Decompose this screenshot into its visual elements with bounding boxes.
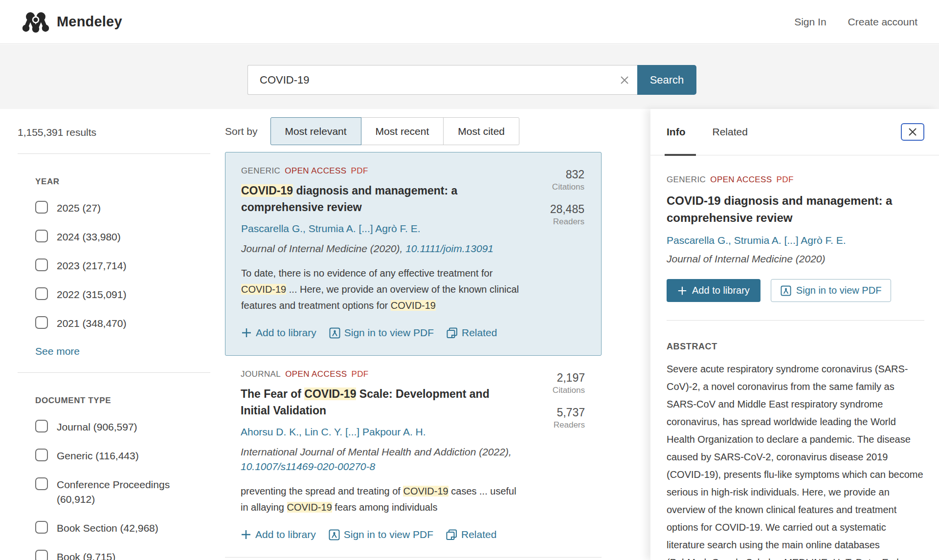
doctype-option-conference[interactable]: Conference Proceedings (60,912) — [35, 477, 210, 507]
info-panel: Info Related GENERIC OPEN ACCESS PDF COV… — [650, 109, 939, 560]
panel-article-title: COVID-19 diagnosis and management: a com… — [667, 192, 911, 226]
result-authors[interactable]: Pascarella G., Strumia A. [...] Agrò F. … — [241, 223, 525, 235]
doc-type-badge: GENERIC — [241, 166, 280, 176]
year-option-2025[interactable]: 2025 (27) — [35, 201, 210, 215]
result-card-partial[interactable]: GENERIC OPEN ACCESS 897 — [225, 558, 602, 560]
doctype-option-journal[interactable]: Journal (906,597) — [35, 420, 210, 434]
open-access-badge: OPEN ACCESS — [710, 175, 772, 185]
checkbox[interactable] — [35, 287, 48, 300]
doctype-option-book[interactable]: Book (9,715) — [35, 550, 210, 560]
checkbox[interactable] — [35, 316, 48, 329]
doc-type-badge: GENERIC — [667, 175, 706, 185]
result-stats: 832 Citations 28,485 Readers — [525, 166, 584, 339]
search-button[interactable]: Search — [637, 65, 696, 95]
panel-authors[interactable]: Pascarella G., Strumia A. [...] Agrò F. … — [667, 235, 924, 246]
sign-in-to-view-pdf-link[interactable]: Sign in to view PDF — [329, 327, 434, 339]
doi-link[interactable]: 10.1111/joim.13091 — [405, 243, 493, 254]
related-link[interactable]: Related — [447, 327, 497, 339]
doctype-filter-section: DOCUMENT TYPE Journal (906,597) Generic … — [18, 396, 210, 560]
checkbox[interactable] — [35, 420, 48, 432]
clear-search-icon[interactable] — [612, 65, 637, 94]
year-option-2022[interactable]: 2022 (315,091) — [35, 287, 210, 302]
search-box — [247, 65, 637, 95]
related-pages-icon — [447, 327, 458, 339]
year-filter-title: YEAR — [35, 177, 210, 187]
panel-body: GENERIC OPEN ACCESS PDF COVID-19 diagnos… — [650, 155, 939, 560]
add-to-library-link[interactable]: Add to library — [241, 529, 316, 540]
result-authors[interactable]: Ahorsu D. K., Lin C. Y. [...] Pakpour A.… — [241, 426, 525, 438]
citations-count: 832 — [525, 168, 584, 181]
related-link[interactable]: Related — [446, 529, 496, 540]
plus-icon — [241, 529, 251, 540]
mendeley-logo[interactable]: Mendeley — [22, 11, 122, 33]
search-input[interactable] — [248, 65, 612, 94]
result-venue: Journal of Internal Medicine (2020), 10.… — [241, 241, 525, 256]
citations-label: Citations — [525, 182, 584, 192]
checkbox[interactable] — [35, 449, 48, 461]
sort-tab-most-recent[interactable]: Most recent — [361, 117, 444, 145]
mendeley-search-page: Mendeley Sign In Create account Search 1… — [0, 0, 939, 560]
readers-label: Readers — [525, 217, 584, 227]
plus-icon — [241, 327, 252, 338]
sign-in-to-view-pdf-link[interactable]: Sign in to view PDF — [329, 529, 433, 540]
result-title[interactable]: COVID-19 diagnosis and management: a com… — [241, 182, 505, 215]
result-card-selected[interactable]: GENERIC OPEN ACCESS PDF COVID-19 diagnos… — [225, 152, 602, 356]
checkbox[interactable] — [35, 201, 48, 214]
citations-count: 2,197 — [525, 371, 585, 385]
doctype-filter-title: DOCUMENT TYPE — [35, 396, 210, 406]
sign-in-to-view-pdf-button[interactable]: Sign in to view PDF — [771, 279, 892, 302]
filters-sidebar: 1,155,391 results YEAR 2025 (27) 2024 (3… — [18, 109, 210, 560]
tab-related[interactable]: Related — [712, 126, 747, 138]
readers-count: 5,737 — [525, 406, 585, 419]
result-meta: JOURNAL OPEN ACCESS PDF — [241, 369, 525, 379]
abstract-heading: ABSTRACT — [667, 342, 924, 352]
sort-tab-most-relevant[interactable]: Most relevant — [270, 117, 361, 145]
sort-tabs: Most relevant Most recent Most cited — [270, 117, 519, 145]
year-option-2023[interactable]: 2023 (217,714) — [35, 258, 210, 273]
open-access-badge: OPEN ACCESS — [285, 369, 347, 379]
panel-venue: Journal of Internal Medicine (2020) — [667, 253, 924, 265]
year-see-more-link[interactable]: See more — [35, 345, 80, 357]
tab-info[interactable]: Info — [667, 126, 685, 138]
plus-icon — [677, 286, 687, 296]
citations-label: Citations — [525, 386, 585, 395]
checkbox[interactable] — [35, 477, 48, 490]
readers-count: 28,485 — [525, 203, 584, 216]
doctype-option-generic[interactable]: Generic (116,443) — [35, 449, 210, 463]
pdf-badge: PDF — [351, 166, 368, 176]
year-option-2024[interactable]: 2024 (33,980) — [35, 230, 210, 244]
close-panel-button[interactable] — [901, 123, 924, 141]
divider — [18, 153, 210, 154]
panel-tabbar: Info Related — [650, 109, 939, 155]
result-meta: GENERIC OPEN ACCESS PDF — [241, 166, 525, 176]
year-filter-section: YEAR 2025 (27) 2024 (33,980) 2023 (217,7… — [18, 177, 210, 357]
checkbox[interactable] — [35, 521, 48, 534]
create-account-link[interactable]: Create account — [848, 16, 917, 28]
doctype-option-book-section[interactable]: Book Section (42,968) — [35, 521, 210, 536]
pdf-icon — [329, 529, 340, 540]
add-to-library-link[interactable]: Add to library — [241, 327, 316, 339]
year-option-2021[interactable]: 2021 (348,470) — [35, 316, 210, 331]
brand-name: Mendeley — [57, 14, 122, 30]
abstract-text: Severe acute respiratory syndrome corona… — [667, 360, 924, 560]
sign-in-link[interactable]: Sign In — [794, 16, 826, 28]
header-nav: Sign In Create account — [794, 16, 917, 28]
mendeley-logo-icon — [22, 11, 50, 33]
doc-type-badge: JOURNAL — [241, 369, 281, 379]
search-band: Search — [0, 44, 939, 109]
active-tab-underline — [665, 154, 696, 156]
result-title[interactable]: The Fear of COVID-19 Scale: Development … — [241, 386, 514, 419]
results-count: 1,155,391 results — [18, 127, 210, 138]
sort-tab-most-cited[interactable]: Most cited — [443, 117, 519, 145]
result-snippet: To date, there is no evidence of any eff… — [241, 265, 525, 314]
divider — [667, 320, 924, 321]
pdf-badge: PDF — [351, 369, 368, 379]
checkbox[interactable] — [35, 550, 48, 560]
checkbox[interactable] — [35, 258, 48, 271]
panel-buttons: Add to library Sign in to view PDF — [667, 279, 924, 302]
checkbox[interactable] — [35, 230, 48, 242]
doi-link[interactable]: 10.1007/s11469-020-00270-8 — [241, 461, 375, 472]
add-to-library-button[interactable]: Add to library — [667, 279, 760, 302]
result-card[interactable]: JOURNAL OPEN ACCESS PDF The Fear of COVI… — [225, 356, 602, 557]
panel-meta: GENERIC OPEN ACCESS PDF — [667, 175, 924, 185]
